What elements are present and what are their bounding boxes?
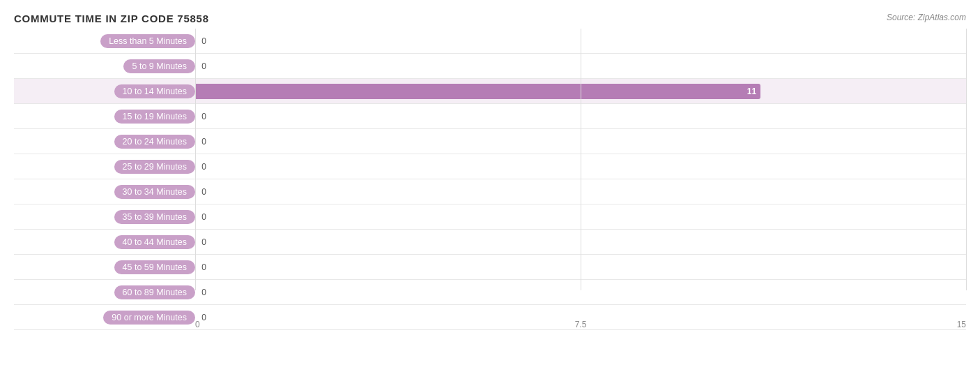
bar-row: 10 to 14 Minutes11 <box>14 79 966 104</box>
bar-row: 15 to 19 Minutes0 <box>14 104 966 129</box>
label-pill: 60 to 89 Minutes <box>114 285 195 299</box>
bar-row: 60 to 89 Minutes0 <box>14 280 966 305</box>
bar-label: Less than 5 Minutes <box>14 34 195 48</box>
bar-value: 0 <box>201 137 206 147</box>
label-pill: 40 to 44 Minutes <box>114 235 195 249</box>
label-pill: 45 to 59 Minutes <box>114 260 195 274</box>
bar-label: 40 to 44 Minutes <box>14 235 195 249</box>
chart-container: COMMUTE TIME IN ZIP CODE 75858 Source: Z… <box>0 0 980 365</box>
bar-value: 0 <box>201 36 206 46</box>
label-pill: 25 to 29 Minutes <box>114 160 195 174</box>
x-axis-label: 15 <box>957 320 966 329</box>
bar-fill: 11 <box>195 84 760 99</box>
label-pill: Less than 5 Minutes <box>100 34 195 48</box>
bar-label: 10 to 14 Minutes <box>14 84 195 98</box>
bars-section: Less than 5 Minutes05 to 9 Minutes010 to… <box>14 29 966 311</box>
bar-row: Less than 5 Minutes0 <box>14 29 966 54</box>
label-pill: 10 to 14 Minutes <box>114 84 195 98</box>
bar-row: 25 to 29 Minutes0 <box>14 154 966 179</box>
bar-value: 0 <box>201 237 206 247</box>
x-axis-label: 7.5 <box>575 320 587 329</box>
bar-row: 35 to 39 Minutes0 <box>14 204 966 230</box>
grid-line <box>966 29 967 290</box>
label-pill: 15 to 19 Minutes <box>114 110 195 124</box>
bar-value: 0 <box>201 262 206 272</box>
bar-value: 0 <box>201 212 206 222</box>
x-axis-label: 0 <box>195 320 200 329</box>
bar-value: 0 <box>201 61 206 71</box>
bar-row: 20 to 24 Minutes0 <box>14 129 966 154</box>
bar-value: 0 <box>201 288 206 297</box>
label-pill: 30 to 34 Minutes <box>114 185 195 199</box>
bar-value: 11 <box>747 87 756 96</box>
source-label: Source: ZipAtlas.com <box>887 13 966 22</box>
bar-value: 0 <box>201 187 206 197</box>
grid-line <box>581 29 581 290</box>
label-pill: 90 or more Minutes <box>103 311 195 325</box>
bar-row: 40 to 44 Minutes0 <box>14 230 966 255</box>
grid-line-zero <box>195 29 196 290</box>
bar-label: 60 to 89 Minutes <box>14 285 195 299</box>
bar-label: 35 to 39 Minutes <box>14 210 195 224</box>
bar-label: 20 to 24 Minutes <box>14 135 195 149</box>
bar-label: 30 to 34 Minutes <box>14 185 195 199</box>
chart-title: COMMUTE TIME IN ZIP CODE 75858 <box>14 13 966 24</box>
label-pill: 20 to 24 Minutes <box>114 135 195 149</box>
x-axis: 07.515 <box>195 311 966 332</box>
bar-value: 0 <box>201 162 206 172</box>
bar-label: 15 to 19 Minutes <box>14 110 195 124</box>
bar-row: 30 to 34 Minutes0 <box>14 179 966 204</box>
bar-row: 45 to 59 Minutes0 <box>14 255 966 280</box>
bar-label: 45 to 59 Minutes <box>14 260 195 274</box>
bar-label: 5 to 9 Minutes <box>14 59 195 73</box>
bar-label: 90 or more Minutes <box>14 311 195 325</box>
label-pill: 35 to 39 Minutes <box>114 210 195 224</box>
bar-row: 5 to 9 Minutes0 <box>14 54 966 79</box>
bar-value: 0 <box>201 112 206 121</box>
bar-label: 25 to 29 Minutes <box>14 160 195 174</box>
label-pill: 5 to 9 Minutes <box>123 59 195 73</box>
chart-area: Less than 5 Minutes05 to 9 Minutes010 to… <box>14 29 966 332</box>
